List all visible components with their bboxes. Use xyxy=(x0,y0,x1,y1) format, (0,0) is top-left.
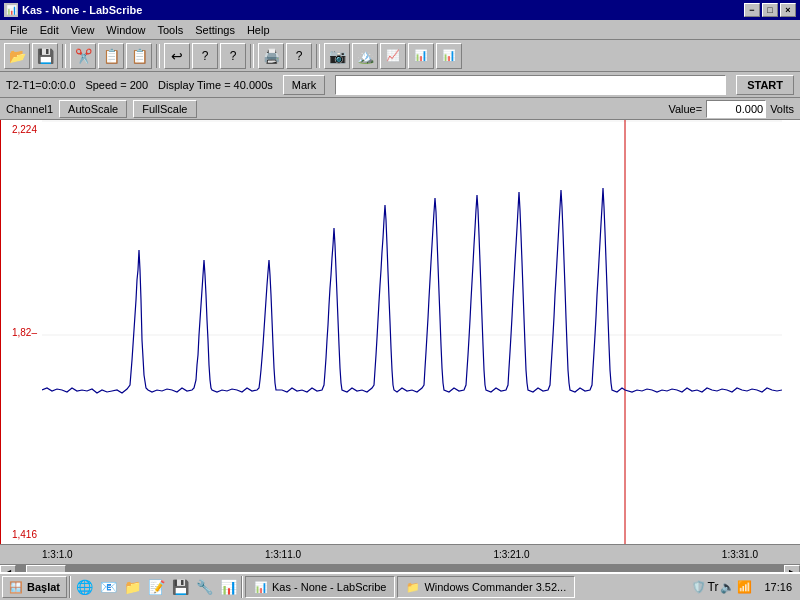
close-button[interactable]: × xyxy=(780,3,796,17)
display-time: Display Time = 40.000s xyxy=(158,79,273,91)
taskbar-app-commander[interactable]: 📁 Windows Commander 3.52... xyxy=(397,576,575,598)
value-number: 0.000 xyxy=(736,103,764,115)
ql-folder[interactable]: 📁 xyxy=(121,576,143,598)
ql-save[interactable]: 💾 xyxy=(169,576,191,598)
fullscale-button[interactable]: FullScale xyxy=(133,100,196,118)
chart-area[interactable]: 2,224 1,82– 1,416 xyxy=(0,120,800,544)
menu-edit[interactable]: Edit xyxy=(34,23,65,37)
taskbar-app-commander-icon: 📁 xyxy=(406,581,420,594)
toolbar-open[interactable]: 📂 xyxy=(4,43,30,69)
ql-notepad[interactable]: 📝 xyxy=(145,576,167,598)
maximize-button[interactable]: □ xyxy=(762,3,778,17)
toolbar-help[interactable]: ? xyxy=(192,43,218,69)
start-label: Başlat xyxy=(27,581,60,593)
y-label-top: 2,224 xyxy=(2,124,40,135)
x-label-2: 1:3:11.0 xyxy=(265,549,301,560)
ql-email[interactable]: 📧 xyxy=(97,576,119,598)
menu-file[interactable]: File xyxy=(4,23,34,37)
taskbar-app-labscribe-label: Kas - None - LabScribe xyxy=(272,581,386,593)
value-display: Value= 0.000 Volts xyxy=(668,100,794,118)
y-label-mid: 1,82– xyxy=(2,327,40,338)
ql-chart[interactable]: 📊 xyxy=(217,576,239,598)
autoscale-button[interactable]: AutoScale xyxy=(59,100,127,118)
volts-label: Volts xyxy=(770,103,794,115)
menu-settings[interactable]: Settings xyxy=(189,23,241,37)
toolbar-chart3[interactable]: 📊 xyxy=(408,43,434,69)
start-icon: 🪟 xyxy=(9,581,23,594)
toolbar-chart2[interactable]: 📈 xyxy=(380,43,406,69)
x-axis: 1:3:1.0 1:3:11.0 1:3:21.0 1:3:31.0 xyxy=(0,544,800,564)
toolbar-print[interactable]: 🖨️ xyxy=(258,43,284,69)
toolbar-sep4 xyxy=(316,44,320,68)
mark-button[interactable]: Mark xyxy=(283,75,325,95)
toolbar-sep2 xyxy=(156,44,160,68)
title-bar-title: Kas - None - LabScribe xyxy=(22,4,142,16)
info-bar: T2-T1=0:0:0.0 Speed = 200 Display Time =… xyxy=(0,72,800,98)
toolbar-save[interactable]: 💾 xyxy=(32,43,58,69)
ql-tools[interactable]: 🔧 xyxy=(193,576,215,598)
toolbar: 📂 💾 ✂️ 📋 📋 ↩ ? ? 🖨️ ? 📷 🏔️ 📈 📊 📊 xyxy=(0,40,800,72)
clock: 17:16 xyxy=(758,581,798,593)
title-bar: 📊 Kas - None - LabScribe − □ × xyxy=(0,0,800,20)
toolbar-undo[interactable]: ↩ xyxy=(164,43,190,69)
tray-volume: 🔊 xyxy=(720,580,735,594)
sys-tray: 🛡️ Tr 🔊 📶 xyxy=(687,580,757,594)
value-label: Value= xyxy=(668,103,702,115)
toolbar-help2[interactable]: ? xyxy=(220,43,246,69)
start-button-taskbar[interactable]: 🪟 Başlat xyxy=(2,576,67,598)
app-icon: 📊 xyxy=(4,3,18,17)
toolbar-cut[interactable]: ✂️ xyxy=(70,43,96,69)
menu-bar: File Edit View Window Tools Settings Hel… xyxy=(0,20,800,40)
value-box: 0.000 xyxy=(706,100,766,118)
start-button[interactable]: START xyxy=(736,75,794,95)
toolbar-copy[interactable]: 📋 xyxy=(98,43,124,69)
toolbar-paste[interactable]: 📋 xyxy=(126,43,152,69)
x-label-4: 1:3:31.0 xyxy=(722,549,758,560)
tray-shield: 🛡️ xyxy=(691,580,706,594)
ql-browser[interactable]: 🌐 xyxy=(73,576,95,598)
taskbar-sep2 xyxy=(241,576,243,598)
y-label-bot: 1,416 xyxy=(2,529,40,540)
quick-launch: 🌐 📧 📁 📝 💾 🔧 📊 xyxy=(73,576,239,598)
timing-display: T2-T1=0:0:0.0 xyxy=(6,79,75,91)
minimize-button[interactable]: − xyxy=(744,3,760,17)
toolbar-sep1 xyxy=(62,44,66,68)
mark-input[interactable] xyxy=(335,75,726,95)
toolbar-chart4[interactable]: 📊 xyxy=(436,43,462,69)
x-label-3: 1:3:21.0 xyxy=(493,549,529,560)
menu-help[interactable]: Help xyxy=(241,23,276,37)
toolbar-chart1[interactable]: 🏔️ xyxy=(352,43,378,69)
channel-bar: Channel1 AutoScale FullScale Value= 0.00… xyxy=(0,98,800,120)
taskbar-right: 🛡️ Tr 🔊 📶 17:16 xyxy=(687,580,798,594)
speed-display: Speed = 200 xyxy=(85,79,148,91)
tray-kb: Tr xyxy=(708,580,719,594)
tray-network: 📶 xyxy=(737,580,752,594)
toolbar-camera[interactable]: 📷 xyxy=(324,43,350,69)
toolbar-sep3 xyxy=(250,44,254,68)
taskbar-app-labscribe-icon: 📊 xyxy=(254,581,268,594)
menu-view[interactable]: View xyxy=(65,23,101,37)
chart-wrapper: 2,224 1,82– 1,416 1:3:1.0 1:3:11.0 1:3:2… xyxy=(0,120,800,580)
x-label-1: 1:3:1.0 xyxy=(42,549,73,560)
title-bar-buttons: − □ × xyxy=(744,3,796,17)
x-labels: 1:3:1.0 1:3:11.0 1:3:21.0 1:3:31.0 xyxy=(42,549,758,560)
channel-label: Channel1 xyxy=(6,103,53,115)
title-bar-left: 📊 Kas - None - LabScribe xyxy=(4,3,142,17)
toolbar-misc[interactable]: ? xyxy=(286,43,312,69)
menu-tools[interactable]: Tools xyxy=(151,23,189,37)
taskbar-app-labscribe[interactable]: 📊 Kas - None - LabScribe xyxy=(245,576,395,598)
menu-window[interactable]: Window xyxy=(100,23,151,37)
red-marker xyxy=(0,120,1,544)
taskbar-app-commander-label: Windows Commander 3.52... xyxy=(424,581,566,593)
chart-svg xyxy=(42,120,782,544)
taskbar-sep1 xyxy=(69,576,71,598)
taskbar: 🪟 Başlat 🌐 📧 📁 📝 💾 🔧 📊 📊 Kas - None - La… xyxy=(0,572,800,600)
y-axis: 2,224 1,82– 1,416 xyxy=(0,120,42,544)
